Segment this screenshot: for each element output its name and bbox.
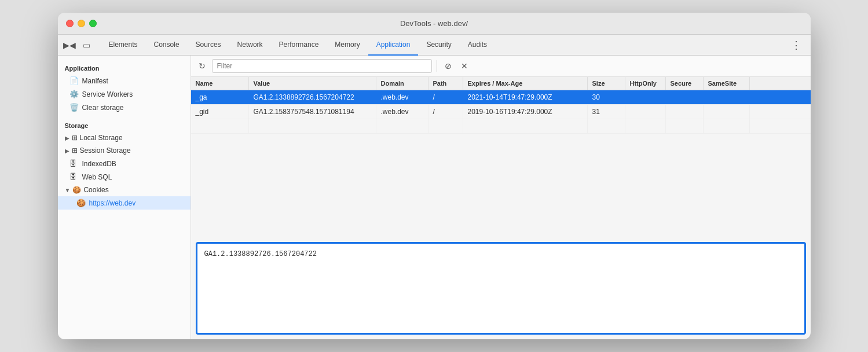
chevron-down-icon: ▼ xyxy=(65,187,71,193)
tab-application[interactable]: Application xyxy=(368,35,419,56)
devtools-window: DevTools - web.dev/ ▶◀ ▭ Elements Consol… xyxy=(58,13,811,339)
titlebar: DevTools - web.dev/ xyxy=(58,13,811,35)
local-storage-icon: ⊞ xyxy=(72,134,78,142)
td-samesite-1 xyxy=(704,90,750,104)
sidebar-item-cookies[interactable]: ▼ 🍪 Cookies xyxy=(58,184,191,196)
th-size: Size xyxy=(588,77,625,90)
more-tabs-button[interactable]: ⋮ xyxy=(786,39,806,52)
sidebar-item-service-workers[interactable]: ⚙️ Service Workers xyxy=(58,87,191,101)
td-value-2: GA1.2.1583757548.1571081194 xyxy=(249,105,376,119)
td-size-2: 31 xyxy=(588,105,625,119)
td-samesite-2 xyxy=(704,105,750,119)
chevron-right-icon: ▶ xyxy=(65,135,69,141)
web-sql-icon: 🗄 xyxy=(69,173,79,181)
tab-memory[interactable]: Memory xyxy=(327,35,368,56)
session-storage-icon: ⊞ xyxy=(72,146,78,155)
chevron-right-icon-2: ▶ xyxy=(65,148,69,154)
table-body: _ga GA1.2.1338892726.1567204722 .web.dev… xyxy=(191,90,811,237)
sidebar-item-session-storage-label: Session Storage xyxy=(80,146,131,155)
sidebar-item-indexeddb-label: IndexedDB xyxy=(82,160,116,168)
td-path-1: / xyxy=(428,90,463,104)
indexeddb-icon: 🗄 xyxy=(69,159,79,168)
sidebar-item-cookies-label: Cookies xyxy=(83,186,108,194)
td-secure-2 xyxy=(666,105,704,119)
tabs-toolbar: ▶◀ ▭ Elements Console Sources Network Pe… xyxy=(58,35,811,56)
th-path: Path xyxy=(428,77,463,90)
table-row-empty xyxy=(191,119,811,134)
traffic-lights xyxy=(66,20,97,27)
filter-input[interactable] xyxy=(212,59,432,73)
cookies-icon: 🍪 xyxy=(72,186,81,194)
sidebar-item-web-sql[interactable]: 🗄 Web SQL xyxy=(58,170,191,184)
tab-elements[interactable]: Elements xyxy=(101,35,146,56)
sidebar-item-clear-storage[interactable]: 🗑️ Clear storage xyxy=(58,101,191,114)
table-header: Name Value Domain Path Expires / Max-Age… xyxy=(191,77,811,90)
clear-button[interactable]: ⊘ xyxy=(442,60,455,72)
cookie-value-panel: GA1.2.1338892726.1567204722 xyxy=(196,242,806,335)
sidebar-item-local-storage[interactable]: ▶ ⊞ Local Storage xyxy=(58,131,191,144)
toolbar-separator xyxy=(437,60,437,72)
sidebar-item-cookies-webdev[interactable]: 🍪 https://web.dev xyxy=(58,196,191,210)
td-path-2: / xyxy=(428,105,463,119)
refresh-button[interactable]: ↻ xyxy=(196,60,208,72)
table-row[interactable]: _ga GA1.2.1338892726.1567204722 .web.dev… xyxy=(191,90,811,105)
sidebar-item-manifest-label: Manifest xyxy=(82,77,108,85)
cookies-table: Name Value Domain Path Expires / Max-Age… xyxy=(191,77,811,237)
window-title: DevTools - web.dev/ xyxy=(400,19,468,28)
td-expires-1: 2021-10-14T19:47:29.000Z xyxy=(463,90,588,104)
tab-security[interactable]: Security xyxy=(418,35,459,56)
sidebar: Application 📄 Manifest ⚙️ Service Worker… xyxy=(58,56,191,339)
sidebar-divider xyxy=(58,114,191,119)
th-samesite: SameSite xyxy=(704,77,750,90)
sidebar-item-indexeddb[interactable]: 🗄 IndexedDB xyxy=(58,157,191,170)
content-area: ↻ ⊘ ✕ Name Value Domain Path Expires / M… xyxy=(191,56,811,339)
service-workers-icon: ⚙️ xyxy=(69,90,79,98)
th-domain: Domain xyxy=(376,77,428,90)
cookie-value: GA1.2.1338892726.1567204722 xyxy=(204,250,317,258)
sidebar-section-application: Application xyxy=(58,61,191,74)
sidebar-item-manifest[interactable]: 📄 Manifest xyxy=(58,74,191,87)
sidebar-item-web-sql-label: Web SQL xyxy=(82,173,112,181)
tab-performance[interactable]: Performance xyxy=(271,35,327,56)
main-area: Application 📄 Manifest ⚙️ Service Worker… xyxy=(58,56,811,339)
sidebar-item-cookies-webdev-label: https://web.dev xyxy=(89,199,136,207)
td-httponly-2 xyxy=(625,105,666,119)
tab-sources[interactable]: Sources xyxy=(188,35,229,56)
sidebar-item-local-storage-label: Local Storage xyxy=(80,134,123,142)
cookies-toolbar: ↻ ⊘ ✕ xyxy=(191,56,811,77)
close-button[interactable] xyxy=(66,20,74,27)
clear-storage-icon: 🗑️ xyxy=(69,103,79,112)
manifest-icon: 📄 xyxy=(69,76,79,85)
close-button-toolbar[interactable]: ✕ xyxy=(458,60,471,72)
th-value: Value xyxy=(249,77,376,90)
cookies-webdev-icon: 🍪 xyxy=(76,199,86,207)
sidebar-item-service-workers-label: Service Workers xyxy=(82,90,133,98)
tab-network[interactable]: Network xyxy=(229,35,271,56)
th-expires: Expires / Max-Age xyxy=(463,77,588,90)
maximize-button[interactable] xyxy=(89,20,97,27)
td-name-1: _ga xyxy=(191,90,249,104)
sidebar-item-clear-storage-label: Clear storage xyxy=(82,104,124,112)
td-value-1: GA1.2.1338892726.1567204722 xyxy=(249,90,376,104)
minimize-button[interactable] xyxy=(78,20,85,27)
td-secure-1 xyxy=(666,90,704,104)
tab-console[interactable]: Console xyxy=(146,35,188,56)
td-name-2: _gid xyxy=(191,105,249,119)
th-httponly: HttpOnly xyxy=(625,77,666,90)
td-domain-2: .web.dev xyxy=(376,105,428,119)
th-secure: Secure xyxy=(666,77,704,90)
table-row[interactable]: _gid GA1.2.1583757548.1571081194 .web.de… xyxy=(191,105,811,119)
toolbar-icons: ▶◀ ▭ xyxy=(63,38,94,52)
td-httponly-1 xyxy=(625,90,666,104)
td-expires-2: 2019-10-16T19:47:29.000Z xyxy=(463,105,588,119)
td-size-1: 30 xyxy=(588,90,625,104)
tab-audits[interactable]: Audits xyxy=(460,35,495,56)
cursor-icon[interactable]: ▶◀ xyxy=(63,38,76,52)
sidebar-item-session-storage[interactable]: ▶ ⊞ Session Storage xyxy=(58,144,191,157)
th-name: Name xyxy=(191,77,249,90)
device-icon[interactable]: ▭ xyxy=(80,38,94,52)
sidebar-section-storage: Storage xyxy=(58,119,191,131)
td-domain-1: .web.dev xyxy=(376,90,428,104)
